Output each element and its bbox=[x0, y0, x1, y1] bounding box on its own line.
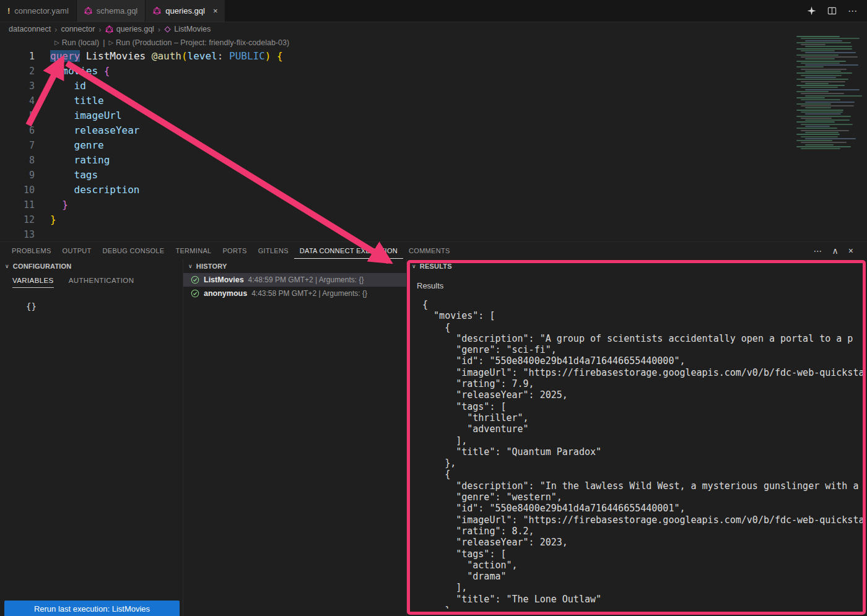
minimap-line bbox=[801, 105, 854, 106]
minimap[interactable] bbox=[796, 36, 866, 154]
graphql-icon bbox=[84, 7, 92, 15]
panel-tab-ports[interactable]: PORTS bbox=[217, 242, 252, 259]
code-line-1[interactable]: 1query ListMovies @auth(level: PUBLIC) { bbox=[0, 49, 867, 64]
sparkle-icon[interactable] bbox=[807, 6, 816, 15]
results-json[interactable]: { "movies": [ { "description": "A group … bbox=[417, 299, 867, 609]
code-line-9[interactable]: 9 tags bbox=[0, 168, 867, 183]
panel-close-icon[interactable]: × bbox=[848, 246, 853, 256]
history-item[interactable]: anonymous4:43:58 PM GMT+2 | Arguments: {… bbox=[183, 287, 406, 300]
history-header[interactable]: ∨ HISTORY bbox=[183, 259, 406, 273]
code-line-2[interactable]: 2 movies { bbox=[0, 64, 867, 79]
panel-tab-gitlens[interactable]: GITLENS bbox=[253, 242, 294, 259]
code-line-13[interactable]: 13 bbox=[0, 227, 867, 242]
vscode-window: !connector.yamlschema.gqlqueries.gql× ⋯ … bbox=[0, 0, 867, 242]
minimap-line bbox=[805, 64, 858, 66]
config-tab-authentication[interactable]: AUTHENTICATION bbox=[69, 277, 134, 288]
results-label: Results bbox=[417, 281, 867, 290]
panel-tab-terminal[interactable]: TERMINAL bbox=[170, 242, 217, 259]
configuration-title: CONFIGURATION bbox=[13, 262, 72, 270]
rerun-last-execution-button[interactable]: Rerun last execution: ListMovies bbox=[4, 601, 180, 616]
more-actions-icon[interactable]: ⋯ bbox=[848, 6, 857, 17]
code-line-7[interactable]: 7 genre bbox=[0, 138, 867, 153]
minimap-line bbox=[805, 71, 841, 72]
code-line-10[interactable]: 10 description bbox=[0, 183, 867, 197]
panel-tab-problems[interactable]: PROBLEMS bbox=[6, 242, 57, 259]
breadcrumb-item-queries.gql[interactable]: queries.gql bbox=[105, 25, 154, 33]
code-token bbox=[50, 65, 62, 77]
minimap-line bbox=[796, 146, 851, 147]
code-line-5[interactable]: 5 imageUrl bbox=[0, 108, 867, 123]
config-tab-variables[interactable]: VARIABLES bbox=[12, 277, 54, 288]
split-editor-icon[interactable] bbox=[827, 6, 837, 15]
chevron-down-icon: ∨ bbox=[188, 263, 193, 269]
panel-tab-comments[interactable]: COMMENTS bbox=[403, 242, 456, 259]
panel-tab-data-connect-execution[interactable]: DATA CONNECT EXECUTION bbox=[294, 242, 403, 259]
breadcrumb-label: dataconnect bbox=[9, 25, 51, 33]
run-production-link[interactable]: ▷ Run (Production – Project: friendly-fl… bbox=[108, 38, 289, 47]
history-section: ∨ HISTORY ListMovies4:48:59 PM GMT+2 | A… bbox=[183, 259, 406, 616]
minimap-line bbox=[801, 130, 849, 131]
code-line-11[interactable]: 11 } bbox=[0, 197, 867, 212]
minimap-line bbox=[796, 66, 824, 67]
history-title: HISTORY bbox=[196, 262, 227, 270]
tab-schema.gql[interactable]: schema.gql bbox=[77, 0, 146, 22]
variables-value[interactable]: {} bbox=[26, 301, 183, 311]
minimap-line bbox=[796, 91, 829, 92]
breadcrumb-item-ListMovies[interactable]: ListMovies bbox=[164, 25, 211, 33]
tab-connector.yaml[interactable]: !connector.yaml bbox=[0, 0, 77, 22]
minimap-line bbox=[796, 85, 845, 86]
code-token: movies bbox=[62, 65, 98, 77]
close-icon[interactable]: × bbox=[213, 6, 218, 15]
minimap-line bbox=[801, 63, 840, 64]
breadcrumb-item-dataconnect[interactable]: dataconnect bbox=[9, 25, 51, 33]
minimap-line bbox=[796, 140, 832, 141]
minimap-line bbox=[801, 87, 838, 88]
history-item[interactable]: ListMovies4:48:59 PM GMT+2 | Arguments: … bbox=[183, 273, 406, 287]
code-token: tags bbox=[74, 169, 98, 181]
line-content: title bbox=[50, 93, 104, 108]
line-content: genre bbox=[50, 138, 104, 153]
panel-tab-debug-console[interactable]: DEBUG CONSOLE bbox=[97, 242, 170, 259]
minimap-line bbox=[801, 56, 858, 58]
panel-maximize-icon[interactable]: ∧ bbox=[832, 246, 839, 256]
code-line-12[interactable]: 12} bbox=[0, 212, 867, 227]
breadcrumb-label: ListMovies bbox=[174, 25, 211, 33]
configuration-header[interactable]: ∨ CONFIGURATION bbox=[0, 259, 183, 273]
code-editor[interactable]: ▷ Run (local) | ▷ Run (Production – Proj… bbox=[0, 36, 867, 242]
code-line-4[interactable]: 4 title bbox=[0, 93, 867, 108]
minimap-line bbox=[805, 40, 842, 41]
warning-icon: ! bbox=[7, 6, 10, 15]
tab-queries.gql[interactable]: queries.gql× bbox=[146, 0, 225, 22]
minimap-line bbox=[801, 69, 847, 70]
code-line-8[interactable]: 8 rating bbox=[0, 153, 867, 168]
bottom-panel: PROBLEMSOUTPUTDEBUG CONSOLETERMINALPORTS… bbox=[0, 241, 867, 616]
code-token bbox=[50, 95, 74, 106]
results-header[interactable]: ∨ RESULTS bbox=[407, 259, 867, 273]
minimap-line bbox=[796, 54, 839, 56]
panel-tab-output[interactable]: OUTPUT bbox=[57, 242, 97, 259]
tab-label: connector.yaml bbox=[14, 6, 68, 15]
selected-word: query bbox=[50, 50, 80, 62]
code-token: { bbox=[104, 65, 110, 77]
minimap-line bbox=[805, 46, 852, 47]
minimap-line bbox=[796, 48, 852, 50]
panel-more-icon[interactable]: ⋯ bbox=[814, 246, 822, 256]
minimap-line bbox=[801, 38, 860, 39]
minimap-line bbox=[801, 136, 838, 137]
line-content: rating bbox=[50, 153, 110, 168]
code-token bbox=[50, 199, 62, 210]
breadcrumb-item-connector[interactable]: connector bbox=[61, 25, 95, 33]
code-token: imageUrl bbox=[74, 110, 122, 121]
code-line-6[interactable]: 6 releaseYear bbox=[0, 123, 867, 138]
editor-actions: ⋯ bbox=[797, 0, 867, 22]
minimap-line bbox=[796, 42, 851, 43]
minimap-line bbox=[796, 79, 848, 80]
run-local-link[interactable]: ▷ Run (local) bbox=[54, 38, 99, 47]
code-line-3[interactable]: 3 id bbox=[0, 79, 867, 93]
editor-tabs: !connector.yamlschema.gqlqueries.gql× bbox=[0, 0, 225, 22]
configuration-section: ∨ CONFIGURATION VARIABLESAUTHENTICATION … bbox=[0, 259, 183, 616]
minimap-line bbox=[805, 144, 834, 145]
line-content: releaseYear bbox=[50, 123, 140, 138]
line-number: 10 bbox=[0, 183, 35, 197]
chevron-down-icon: ∨ bbox=[412, 263, 416, 269]
